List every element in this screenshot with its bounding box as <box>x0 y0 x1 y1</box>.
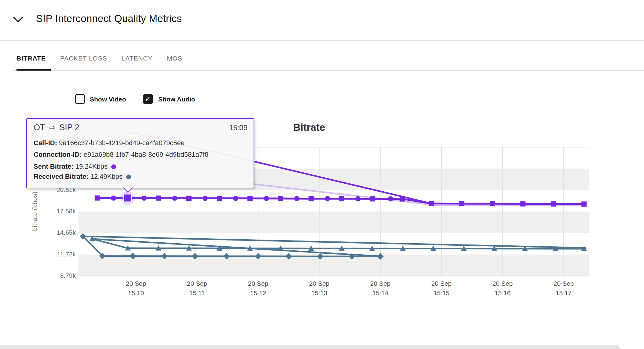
tooltip-route: OT ⇨ SIP 2 <box>34 123 79 132</box>
tooltip-timestamp: 15:09 <box>229 123 247 132</box>
chart-point-sent-call-1[interactable] <box>520 201 525 207</box>
chart-point-sent-call-1[interactable] <box>309 196 314 201</box>
datapoint-tooltip: OT ⇨ SIP 2 15:09 Call-ID:9e166c37-b73b-4… <box>26 118 254 188</box>
sent-bitrate-label: Sent Bitrate: <box>34 163 74 170</box>
x-tick-label: 20 Sep15:16 <box>480 279 525 298</box>
chart-point-sent-call-1[interactable] <box>370 196 375 201</box>
chart-title: Bitrate <box>278 122 340 133</box>
received-series-dot-icon <box>126 174 131 179</box>
chart-point-sent-call-1[interactable] <box>186 196 192 201</box>
x-tick-label: 20 Sep15:15 <box>419 279 464 298</box>
chart-point-sent-call-1[interactable] <box>95 195 100 200</box>
route-arrow-icon: ⇨ <box>49 123 56 132</box>
sent-bitrate-value: 19.24Kbps <box>75 163 108 170</box>
received-bitrate-value: 12.49Kbps <box>90 173 123 180</box>
x-tick-label: 20 Sep15:11 <box>174 279 220 298</box>
chart-band <box>79 211 589 233</box>
call-id-label: Call-ID: <box>34 139 57 147</box>
tooltip-received-bitrate-row: Received Bitrate:12.49Kbps <box>34 173 131 181</box>
x-tick-label: 20 Sep15:17 <box>541 279 587 298</box>
chart-point-sent-call-1[interactable] <box>278 196 283 201</box>
chart-point-sent-call-1[interactable] <box>339 196 344 201</box>
chart-band <box>79 255 589 276</box>
y-tick-label: 17.58k <box>37 208 76 215</box>
connection-id-label: Connection-ID: <box>34 151 82 158</box>
chart-point-sent-call-1[interactable] <box>551 201 556 207</box>
chart-point-sent-call-1[interactable] <box>581 201 587 207</box>
chart-point-sent-call-1[interactable] <box>217 196 222 201</box>
connection-id-value: e91a69b8-1fb7-4ba8-8e69-4d9bd581a7f8 <box>84 151 209 158</box>
x-tick-label: 20 Sep15:14 <box>357 279 403 298</box>
selected-point-marker[interactable] <box>124 194 132 202</box>
route-to: SIP 2 <box>59 123 79 132</box>
x-tick-label: 20 Sep15:10 <box>113 279 159 298</box>
chart-point-sent-call-1[interactable] <box>459 201 464 206</box>
x-tick-label: 20 Sep15:12 <box>235 279 281 298</box>
chart-point-sent-call-1[interactable] <box>156 196 161 201</box>
route-from: OT <box>34 123 45 132</box>
tooltip-connection-id-row: Connection-ID:e91a69b8-1fb7-4ba8-8e69-4d… <box>34 151 208 159</box>
bottom-edge-strip <box>0 345 644 349</box>
y-tick-label: 8.79k <box>37 272 76 279</box>
x-tick-label: 20 Sep15:13 <box>296 279 342 298</box>
bottom-edge-corner <box>618 345 644 349</box>
tooltip-sent-bitrate-row: Sent Bitrate:19.24Kbps <box>34 163 116 171</box>
y-tick-label: 11.72k <box>37 251 76 258</box>
call-id-value: 9e166c37-b73b-4219-bd49-ca4fa079c5ee <box>59 139 185 147</box>
tooltip-call-id-row: Call-ID:9e166c37-b73b-4219-bd49-ca4fa079… <box>34 139 185 147</box>
sent-series-dot-icon <box>111 164 116 169</box>
chart-point-sent-call-1[interactable] <box>400 197 405 202</box>
chart-point-sent-call-1[interactable] <box>429 201 434 206</box>
y-tick-label: 14.65k <box>37 229 76 236</box>
chart-point-sent-call-1[interactable] <box>490 201 495 206</box>
chart-point-sent-call-1[interactable] <box>247 196 253 201</box>
received-bitrate-label: Received Bitrate: <box>34 173 89 180</box>
